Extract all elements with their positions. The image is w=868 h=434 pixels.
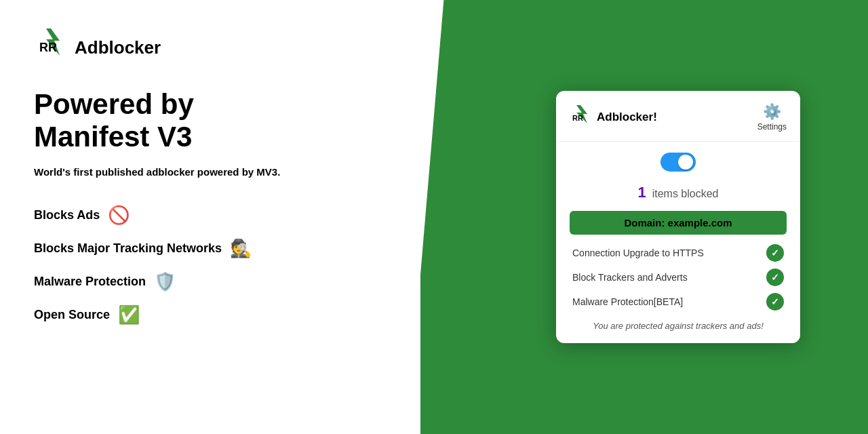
spy-icon: 🕵️ xyxy=(230,238,252,259)
shield-icon: 🛡️ xyxy=(154,271,176,292)
check-circle-3: ✓ xyxy=(766,293,784,311)
feature-label-1: Blocks Ads xyxy=(34,208,100,222)
tagline-subtitle: World's first published adblocker powere… xyxy=(34,166,387,178)
popup-logo-icon: RR xyxy=(570,104,591,130)
svg-text:RR: RR xyxy=(39,41,57,54)
popup-feature-malware: Malware Protection[BETA] ✓ xyxy=(570,293,787,311)
popup-logo-text: Adblocker! xyxy=(597,111,657,124)
settings-label: Settings xyxy=(757,122,787,132)
logo-icon: RR xyxy=(34,27,68,68)
feature-tracking: Blocks Major Tracking Networks 🕵️ xyxy=(34,238,387,259)
tagline-heading: Powered by Manifest V3 xyxy=(34,88,387,154)
popup-header: RR Adblocker! ⚙️ Settings xyxy=(556,91,800,142)
protected-text: You are protected against trackers and a… xyxy=(593,320,764,332)
popup-feature-https: Connection Upgrade to HTTPS ✓ xyxy=(570,244,787,262)
check-circle-2: ✓ xyxy=(766,269,784,286)
feature-label-2: Blocks Major Tracking Networks xyxy=(34,241,222,256)
popup-feature-trackers: Block Trackers and Adverts ✓ xyxy=(570,269,787,286)
logo-text: Adblocker xyxy=(75,37,161,58)
popup-feature-label-1: Connection Upgrade to HTTPS xyxy=(572,248,704,258)
check-icon: ✅ xyxy=(118,304,140,326)
feature-opensource: Open Source ✅ xyxy=(34,304,387,326)
popup-logo-row: RR Adblocker! xyxy=(570,104,657,130)
blocked-count: 1 xyxy=(638,184,646,201)
popup-card: RR Adblocker! ⚙️ Settings 1 xyxy=(556,91,800,343)
popup-feature-list: Connection Upgrade to HTTPS ✓ Block Trac… xyxy=(570,244,787,311)
features-list: Blocks Ads 🚫 Blocks Major Tracking Netwo… xyxy=(34,205,387,326)
logo-row: RR Adblocker xyxy=(34,27,387,68)
feature-label-3: Malware Protection xyxy=(34,275,146,289)
feature-label-4: Open Source xyxy=(34,308,110,322)
left-panel: RR Adblocker Powered by Manifest V3 Worl… xyxy=(0,0,420,434)
no-ads-icon: 🚫 xyxy=(108,205,130,226)
check-circle-1: ✓ xyxy=(766,244,784,262)
toggle-track xyxy=(660,153,696,172)
items-blocked: 1 items blocked xyxy=(638,184,719,201)
feature-malware: Malware Protection 🛡️ xyxy=(34,271,387,292)
enable-toggle[interactable] xyxy=(660,153,696,172)
toggle-thumb xyxy=(678,155,693,170)
feature-blocks-ads: Blocks Ads 🚫 xyxy=(34,205,387,226)
popup-feature-label-2: Block Trackers and Adverts xyxy=(572,272,688,283)
toggle-container[interactable] xyxy=(660,153,696,174)
gear-icon: ⚙️ xyxy=(763,103,781,121)
settings-button[interactable]: ⚙️ Settings xyxy=(757,103,787,132)
svg-text:RR: RR xyxy=(572,114,583,122)
popup-body: 1 items blocked Domain: example.com Conn… xyxy=(556,142,800,343)
domain-bar: Domain: example.com xyxy=(570,211,787,235)
popup-feature-label-3: Malware Protection[BETA] xyxy=(572,296,683,307)
popup-panel: RR Adblocker! ⚙️ Settings 1 xyxy=(556,91,800,343)
blocked-label: items blocked xyxy=(652,188,719,199)
